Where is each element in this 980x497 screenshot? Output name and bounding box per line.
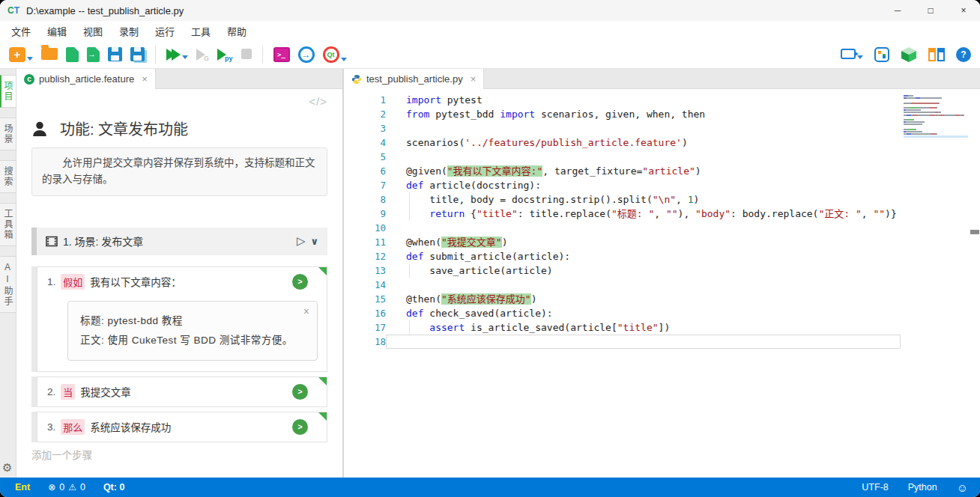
step-run-button[interactable]: >	[292, 419, 308, 435]
maximize-button[interactable]: □	[914, 0, 947, 21]
menu-bar: 文件 编辑 视图 录制 运行 工具 帮助	[0, 21, 980, 40]
record-button[interactable]	[841, 49, 863, 61]
close-icon[interactable]: ×	[142, 73, 148, 85]
menu-view[interactable]: 视图	[75, 22, 111, 40]
menu-edit[interactable]: 编辑	[39, 22, 75, 40]
menu-record[interactable]: 录制	[111, 22, 147, 40]
run-all-button[interactable]	[166, 49, 188, 61]
menu-tools[interactable]: 工具	[183, 22, 219, 40]
terminal-icon: >_	[273, 47, 290, 62]
new-project-button[interactable]: +	[9, 47, 33, 62]
scenario-section: 1. 场景: 发布文章 ▷ ∨ 1. 假如	[31, 228, 327, 462]
open-folder-button[interactable]	[41, 48, 58, 61]
scrollbar-thumb[interactable]	[970, 230, 979, 234]
qt-process-count: Qt: 0	[103, 482, 124, 493]
sidebar-item-project[interactable]: 项目	[0, 75, 16, 108]
app-window: CT D:\example -- test_publish_article.py…	[0, 0, 980, 497]
save-all-button[interactable]	[130, 47, 145, 61]
scenario-collapse-icon[interactable]: ∨	[310, 236, 318, 247]
code-view-toggle-icon[interactable]: </>	[309, 95, 327, 108]
help-icon: ?	[956, 47, 971, 62]
problems-indicator[interactable]: ⊗ 0 ⚠ 0	[48, 482, 85, 493]
sidebar-item-toolbox[interactable]: 工具箱	[0, 203, 16, 246]
run-all-icon-2	[172, 49, 181, 61]
app-logo-icon: CT	[7, 5, 19, 16]
error-count: 0	[59, 482, 64, 493]
help-button[interactable]: ?	[956, 47, 971, 62]
encoding-indicator[interactable]: UTF-8	[862, 482, 888, 493]
scenario-play-icon[interactable]: ▷	[297, 234, 306, 248]
step-number: 3.	[47, 421, 55, 433]
steps-list: 1. 假如 我有以下文章内容： > × 标题: pytest-bdd 教程 正文…	[31, 266, 327, 462]
docstring-line: 标题: pytest-bdd 教程	[80, 311, 305, 331]
minimap[interactable]	[904, 95, 968, 138]
open-file-icon: →	[87, 47, 100, 62]
close-icon[interactable]: ×	[303, 305, 309, 317]
python-icon	[351, 74, 362, 85]
save-all-icon	[130, 47, 145, 61]
close-button[interactable]: ×	[947, 0, 980, 21]
terminal-button[interactable]: >_	[273, 47, 290, 62]
scenario-header[interactable]: 1. 场景: 发布文章 ▷ ∨	[31, 228, 327, 255]
step-text[interactable]: 我有以下文章内容：	[90, 274, 181, 289]
feature-title: 功能: 文章发布功能	[60, 118, 188, 139]
sidebar-item-search[interactable]: 搜索	[0, 160, 16, 193]
docstring-box[interactable]: × 标题: pytest-bdd 教程 正文: 使用 CukeTest 写 BD…	[67, 301, 318, 361]
step-rail	[31, 266, 37, 372]
open-folder-icon	[41, 48, 58, 60]
step-text[interactable]: 我提交文章	[80, 384, 131, 399]
tab-feature-file[interactable]: c publish_article.feature ×	[16, 69, 156, 89]
add-step-placeholder[interactable]: 添加一个步骤	[31, 447, 327, 462]
run-python-button[interactable]: py	[217, 49, 233, 61]
step-card-3[interactable]: 3. 那么 系统应该保存成功 >	[37, 412, 327, 442]
new-file-button[interactable]	[66, 47, 79, 62]
step-rail	[31, 376, 37, 407]
menu-file[interactable]: 文件	[3, 22, 39, 40]
chevron-down-icon	[182, 55, 188, 59]
tab-python-file[interactable]: test_publish_article.py ×	[344, 69, 484, 89]
window-title: D:\example -- test_publish_article.py	[26, 5, 184, 16]
language-indicator[interactable]: Python	[908, 482, 937, 493]
status-bar: Ent ⊗ 0 ⚠ 0 Qt: 0 UTF-8 Python ☺	[0, 478, 980, 497]
step-run-button[interactable]: >	[292, 274, 308, 290]
chevron-down-icon	[341, 58, 347, 61]
docstring-line: 正文: 使用 CukeTest 写 BDD 测试非常方便。	[80, 331, 305, 350]
step-card-2[interactable]: 2. 当 我提交文章 >	[37, 376, 327, 407]
chevron-down-icon	[27, 57, 33, 61]
scenario-rail	[31, 228, 37, 255]
step-keyword-badge: 假如	[61, 274, 85, 290]
feature-description[interactable]: 允许用户提交文章内容并保存到系统中，支持标题和正文的录入与存储。	[31, 147, 327, 196]
error-icon: ⊗	[48, 482, 55, 493]
model-manager-button[interactable]	[874, 47, 889, 62]
layout-button[interactable]	[928, 48, 945, 61]
feedback-smiley-icon[interactable]: ☺	[957, 481, 968, 494]
warning-count: 0	[80, 482, 85, 493]
gear-icon[interactable]: ⚙	[2, 461, 12, 475]
object-spy-button[interactable]	[901, 46, 917, 63]
close-icon[interactable]: ×	[471, 73, 477, 85]
save-button[interactable]	[108, 47, 122, 61]
sidebar-item-ai-assistant[interactable]: AI助手	[0, 256, 16, 313]
code-editor[interactable]: 1import pytest2from pytest_bdd import sc…	[344, 89, 980, 478]
sidebar-item-scenario[interactable]: 场景	[0, 118, 16, 150]
layout-icon	[928, 48, 945, 61]
open-file-button[interactable]: →	[87, 47, 100, 62]
qt-runner-button[interactable]: Qt	[323, 46, 347, 63]
cucumber-icon: c	[24, 74, 34, 85]
stop-button-disabled	[241, 49, 252, 61]
step-keyword-badge: 那么	[61, 419, 85, 435]
step-keyword-badge: 当	[61, 384, 75, 400]
toolbar: + → G py >_ → Qt	[0, 40, 980, 69]
feature-person-icon	[31, 121, 48, 137]
step-text[interactable]: 系统应该保存成功	[90, 419, 171, 434]
menu-run[interactable]: 运行	[147, 22, 183, 40]
attach-app-button[interactable]: →	[298, 46, 315, 63]
minimize-button[interactable]: ─	[881, 0, 914, 21]
window-controls: ─ □ ×	[881, 0, 980, 21]
step-card-1[interactable]: 1. 假如 我有以下文章内容： > × 标题: pytest-bdd 教程 正文…	[37, 266, 327, 372]
save-icon	[108, 47, 122, 61]
step-run-button[interactable]: >	[292, 384, 308, 400]
menu-help[interactable]: 帮助	[219, 22, 255, 40]
step-row-2: 2. 当 我提交文章 >	[31, 376, 327, 407]
stop-icon	[241, 49, 252, 59]
